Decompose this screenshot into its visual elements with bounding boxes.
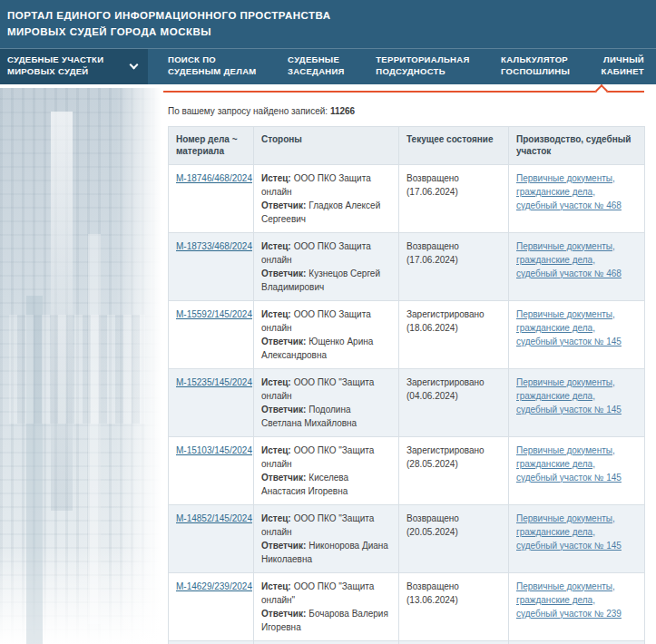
main-nav: СУДЕБНЫЕ УЧАСТКИ МИРОВЫХ СУДЕЙ ПОИСК ПО … — [0, 48, 656, 84]
parties-cell: Истец:ООО ПКО Защита онлайн Ответчик:Куз… — [254, 232, 399, 300]
defendant-label: Ответчик: — [261, 200, 306, 210]
production-cell: Первичные документы, гражданские дела, с… — [509, 640, 645, 644]
case-number-cell: М-18733/468/2024 — [169, 232, 254, 300]
nav-item-label: ЛИЧНЫЙ КАБИНЕТ — [602, 54, 644, 78]
production-cell: Первичные документы, гражданские дела, с… — [509, 164, 645, 232]
plaintiff-label: Истец: — [261, 581, 291, 591]
status-cell: Возвращено (17.06.2024) — [399, 232, 509, 300]
column-header-parties: Стороны — [254, 126, 399, 164]
status-cell: Зарегистрировано (04.06.2024) — [399, 368, 509, 436]
defendant-line: Ответчик:Гладков Алексей Сергеевич — [261, 199, 391, 226]
case-number-link[interactable]: М-15103/145/2024 — [176, 444, 252, 457]
nav-item-label: СУДЕБНЫЕ УЧАСТКИ МИРОВЫХ СУДЕЙ — [7, 54, 103, 78]
accent-notch — [595, 84, 608, 97]
case-number-cell: М-18746/468/2024 — [169, 164, 254, 232]
production-cell: Первичные документы, гражданские дела, с… — [509, 572, 645, 640]
production-cell: Первичные документы, гражданские дела, с… — [509, 436, 645, 504]
defendant-label: Ответчик: — [261, 541, 306, 551]
case-number-cell: М-14852/145/2024 — [169, 504, 254, 572]
defendant-line: Ответчик:Никонорова Диана Николаевна — [261, 539, 391, 566]
production-link[interactable]: Первичные документы, гражданские дела, с… — [516, 377, 622, 415]
parties-cell: Истец:ООО ПКО "Защита онлайн Ответчик:Ни… — [254, 504, 399, 572]
status-cell: Зарегистрировано (28.05.2024) — [399, 436, 509, 504]
plaintiff-line: Истец:ООО ПКО "Защита онлайн" — [261, 580, 391, 607]
defendant-line: Ответчик:Киселева Анастасия Игоревна — [261, 471, 391, 498]
production-cell: Первичные документы, гражданские дела, с… — [509, 504, 645, 572]
parties-cell: Истец:ООО ПКО Защита онлайн Ответчик:Юще… — [254, 300, 399, 368]
results-table: Номер дела ~ материала Стороны Текущее с… — [168, 126, 645, 644]
plaintiff-line: Истец:ООО ПКО Защита онлайн — [261, 239, 391, 267]
defendant-label: Ответчик: — [261, 609, 306, 619]
defendant-line: Ответчик:Подолина Светлана Михайловна — [261, 403, 391, 430]
defendant-label: Ответчик: — [261, 405, 306, 415]
results-count: 11266 — [330, 106, 355, 116]
nav-item-territorial-jurisdiction[interactable]: ТЕРРИТОРИАЛЬНАЯ ПОДСУДНОСТЬ — [376, 54, 469, 78]
table-row: М-14588/145/2024 Истец:ООО ПКО "Защита о… — [169, 640, 645, 644]
defendant-label: Ответчик: — [261, 268, 306, 278]
case-number-cell: М-15235/145/2024 — [169, 368, 254, 436]
case-number-link[interactable]: М-14629/239/2024 — [176, 580, 252, 593]
nav-item-label: СУДЕБНЫЕ ЗАСЕДАНИЯ — [288, 54, 345, 78]
case-number-link[interactable]: М-15235/145/2024 — [176, 376, 252, 389]
production-link[interactable]: Первичные документы, гражданские дела, с… — [516, 513, 622, 551]
production-link[interactable]: Первичные документы, гражданские дела, с… — [516, 581, 622, 619]
portal-title-line1: ПОРТАЛ ЕДИНОГО ИНФОРМАЦИОННОГО ПРОСТРАНС… — [7, 8, 647, 24]
case-number-link[interactable]: М-18733/468/2024 — [176, 239, 252, 253]
case-number-link[interactable]: М-15592/145/2024 — [176, 307, 252, 321]
plaintiff-label: Истец: — [261, 377, 291, 387]
plaintiff-label: Истец: — [261, 309, 291, 319]
nav-item-label: ТЕРРИТОРИАЛЬНАЯ ПОДСУДНОСТЬ — [376, 54, 469, 78]
plaintiff-label: Истец: — [261, 241, 291, 251]
production-cell: Первичные документы, гражданские дела, с… — [509, 232, 645, 300]
nav-item-label: ПОИСК ПО СУДЕБНЫМ ДЕЛАМ — [168, 54, 257, 78]
portal-title-line2: МИРОВЫХ СУДЕЙ ГОРОДА МОСКВЫ — [7, 24, 647, 41]
nav-item-label: КАЛЬКУЛЯТОР ГОСПОШЛИНЫ — [501, 54, 570, 78]
parties-cell: Истец:ООО ПКО "Защита онлайн Ответчик:По… — [254, 368, 399, 436]
status-cell: Возвращено (20.05.2024) — [399, 504, 509, 572]
plaintiff-line: Истец:ООО ПКО "Защита онлайн — [261, 376, 391, 403]
nav-item-case-search[interactable]: ПОИСК ПО СУДЕБНЫМ ДЕЛАМ — [168, 54, 257, 78]
table-row: М-18746/468/2024 Истец:ООО ПКО Защита он… — [169, 164, 645, 232]
accent-underline — [163, 91, 644, 93]
chevron-down-icon — [130, 61, 139, 70]
table-row: М-15103/145/2024 Истец:ООО ПКО "Защита о… — [169, 436, 645, 504]
nav-item-fee-calculator[interactable]: КАЛЬКУЛЯТОР ГОСПОШЛИНЫ — [501, 54, 570, 78]
production-link[interactable]: Первичные документы, гражданские дела, с… — [516, 173, 622, 210]
status-cell: Возвращено (13.06.2024) — [399, 572, 509, 640]
defendant-line: Ответчик:Кузнецов Сергей Владимирович — [261, 267, 391, 294]
nav-item-hearings[interactable]: СУДЕБНЫЕ ЗАСЕДАНИЯ — [288, 54, 345, 78]
plaintiff-line: Истец:ООО ПКО "Защита онлайн — [261, 512, 391, 539]
case-number-cell: М-14629/239/2024 — [169, 572, 254, 640]
table-row: М-14629/239/2024 Истец:ООО ПКО "Защита о… — [169, 572, 645, 640]
case-number-cell: М-15103/145/2024 — [169, 436, 254, 504]
case-number-link[interactable]: М-18746/468/2024 — [176, 171, 252, 185]
production-cell: Первичные документы, гражданские дела, с… — [509, 300, 645, 368]
status-cell: Возвращено (17.06.2024) — [399, 164, 509, 232]
parties-cell: Истец:ООО ПКО "Защита онлайн Ответчик:Ер… — [254, 640, 399, 644]
defendant-line: Ответчик:Ющенко Арина Александровна — [261, 335, 391, 362]
status-cell: Возвращено (24.04.2024) — [399, 640, 509, 644]
parties-cell: Истец:ООО ПКО "Защита онлайн Ответчик:Ки… — [254, 436, 399, 504]
plaintiff-label: Истец: — [261, 173, 291, 183]
plaintiff-line: Истец:ООО ПКО "Защита онлайн — [261, 444, 391, 471]
plaintiff-line: Истец:ООО ПКО Защита онлайн — [261, 307, 391, 335]
production-cell: Первичные документы, гражданские дела, с… — [509, 368, 645, 436]
plaintiff-label: Истец: — [261, 445, 291, 455]
portal-header: ПОРТАЛ ЕДИНОГО ИНФОРМАЦИОННОГО ПРОСТРАНС… — [0, 0, 656, 48]
nav-item-court-sections[interactable]: СУДЕБНЫЕ УЧАСТКИ МИРОВЫХ СУДЕЙ — [0, 49, 148, 84]
case-number-cell: М-14588/145/2024 — [169, 640, 254, 644]
table-row: М-18733/468/2024 Истец:ООО ПКО Защита он… — [169, 232, 645, 300]
table-row: М-15592/145/2024 Истец:ООО ПКО Защита он… — [169, 300, 645, 368]
table-row: М-14852/145/2024 Истец:ООО ПКО "Защита о… — [169, 504, 645, 572]
production-link[interactable]: Первичные документы, гражданские дела, с… — [516, 241, 622, 278]
column-header-case-number: Номер дела ~ материала — [169, 126, 254, 164]
results-summary: По вашему запросу найдено записей: 11266 — [168, 106, 644, 116]
case-number-link[interactable]: М-14852/145/2024 — [176, 512, 252, 525]
production-link[interactable]: Первичные документы, гражданские дела, с… — [516, 309, 622, 346]
production-link[interactable]: Первичные документы, гражданские дела, с… — [516, 445, 622, 483]
search-results-area: По вашему запросу найдено записей: 11266… — [168, 106, 644, 644]
nav-item-personal-account[interactable]: ЛИЧНЫЙ КАБИНЕТ — [602, 54, 644, 78]
plaintiff-label: Истец: — [261, 513, 291, 523]
column-header-production: Производство, судебный участок — [509, 126, 645, 164]
defendant-label: Ответчик: — [261, 337, 306, 346]
